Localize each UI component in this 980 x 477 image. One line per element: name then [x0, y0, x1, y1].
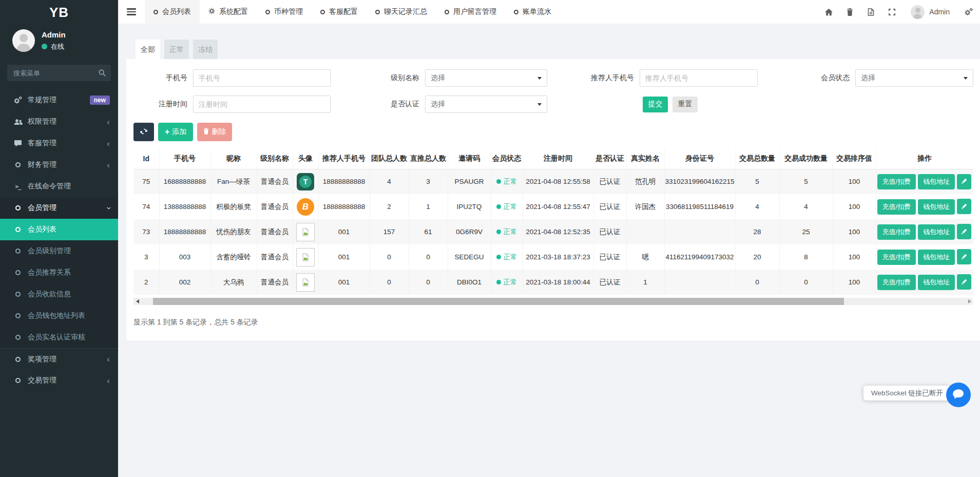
tab-frozen[interactable]: 冻结	[193, 40, 218, 59]
sidebar-item-general[interactable]: 常规管理 new	[0, 89, 118, 111]
edit-button[interactable]	[957, 249, 971, 264]
clear-cache-icon[interactable]	[860, 0, 881, 24]
sidebar-item-member-level[interactable]: 会员级别管理	[0, 240, 118, 262]
horizontal-scrollbar[interactable]	[133, 298, 973, 305]
chat-button[interactable]	[946, 383, 971, 407]
sidebar-item-awards[interactable]: 奖项管理	[0, 348, 118, 370]
verified-select[interactable]: 选择	[425, 96, 547, 113]
level-select[interactable]: 选择	[425, 69, 547, 87]
sidebar-item-member-management[interactable]: 会员管理	[0, 197, 118, 219]
wallet-address-button[interactable]: 钱包地址	[918, 250, 955, 265]
wallet-address-button[interactable]: 钱包地址	[918, 174, 955, 189]
col-direct: 直推总人数	[409, 148, 448, 169]
sidebar-item-member-referral[interactable]: 会员推荐关系	[0, 262, 118, 283]
tab-user-messages[interactable]: 用户留言管理	[436, 0, 505, 24]
top-navbar: 会员列表 系统配置 币种管理 客服配置 聊天记录汇总 用户留言管理 账单流水 A…	[118, 0, 980, 24]
sidebar-item-trade-management[interactable]: 交易管理	[0, 370, 118, 391]
edit-button[interactable]	[957, 174, 971, 189]
tab-coin-management[interactable]: 币种管理	[257, 0, 312, 24]
sidebar-menu: 常规管理 new 权限管理 客服管理 财务管理 在线命令管理	[0, 85, 118, 391]
user-status: 在线	[51, 42, 64, 51]
tab-system-config[interactable]: 系统配置	[200, 0, 257, 24]
col-team: 团队总人数	[370, 148, 409, 169]
search-input[interactable]	[7, 65, 111, 81]
phone-input[interactable]	[193, 69, 331, 87]
member-table: Id 手机号 昵称 级别名称 头像 推荐人手机号 团队总人数 直推总人数 邀请码…	[133, 148, 973, 295]
scroll-left-icon[interactable]	[136, 299, 139, 303]
table-row: 74 13888888888 积极的板凳 普通会员 18888888888 2 …	[133, 194, 973, 219]
ref-phone-input[interactable]	[640, 69, 758, 87]
circle-icon	[13, 357, 23, 362]
wallet-address-button[interactable]: 钱包地址	[918, 224, 955, 240]
tab-chat-logs[interactable]: 聊天记录汇总	[367, 0, 436, 24]
sidebar-item-label: 客服管理	[28, 139, 56, 148]
gears-icon[interactable]	[958, 0, 979, 24]
scrollbar-thumb[interactable]	[153, 298, 844, 305]
sidebar-item-member-list[interactable]: 会员列表	[0, 219, 118, 240]
hamburger-icon[interactable]	[127, 8, 136, 15]
circle-icon	[153, 10, 158, 14]
record-summary: 显示第 1 到第 5 条记录，总共 5 条记录	[133, 318, 973, 327]
tab-support-config[interactable]: 客服配置	[312, 0, 367, 24]
tab-all[interactable]: 全部	[136, 40, 160, 59]
edit-button[interactable]	[957, 199, 971, 214]
wallet-address-button[interactable]: 钱包地址	[918, 199, 955, 215]
circle-icon	[13, 313, 23, 318]
sidebar-item-finance[interactable]: 财务管理	[0, 154, 118, 176]
col-id: Id	[133, 148, 159, 169]
level-label: 级别名称	[331, 73, 425, 83]
recharge-button[interactable]: 充值/扣费	[877, 224, 916, 240]
add-button[interactable]: 添加	[158, 123, 193, 141]
refresh-icon	[140, 128, 147, 137]
sidebar-item-member-kyc-review[interactable]: 会员实名认证审核	[0, 327, 118, 348]
sidebar-item-member-wallet-list[interactable]: 会员钱包地址列表	[0, 305, 118, 327]
member-status-select[interactable]: 选择	[855, 69, 973, 87]
reg-time-input[interactable]	[193, 96, 331, 113]
avatar[interactable]	[911, 5, 925, 19]
sidebar-item-label: 会员实名认证审核	[28, 333, 85, 342]
sidebar-item-permissions[interactable]: 权限管理	[0, 111, 118, 132]
sidebar-item-member-payment-info[interactable]: 会员收款信息	[0, 283, 118, 305]
edit-button[interactable]	[957, 224, 971, 239]
chevron-down-icon	[537, 103, 542, 106]
comment-icon	[13, 140, 23, 147]
col-nickname: 昵称	[210, 148, 257, 169]
tab-normal[interactable]: 正常	[164, 40, 189, 59]
submit-button[interactable]: 提交	[643, 97, 668, 112]
sidebar: YB Admin 在线 常规管理 new 权限管理	[0, 0, 118, 477]
websocket-tooltip: WebSocket 链接已断开	[863, 386, 951, 400]
scroll-right-icon[interactable]	[968, 299, 971, 303]
recharge-button[interactable]: 充值/扣费	[877, 174, 916, 189]
sidebar-item-customer-service[interactable]: 客服管理	[0, 132, 118, 154]
sidebar-item-label: 会员收款信息	[28, 290, 71, 299]
circle-icon	[320, 10, 325, 14]
reset-button[interactable]: 重置	[672, 97, 698, 112]
status-dot	[496, 230, 501, 234]
edit-button[interactable]	[957, 274, 971, 290]
chat-bubble-icon	[952, 388, 965, 403]
recharge-button[interactable]: 充值/扣费	[877, 275, 916, 290]
recharge-button[interactable]: 充值/扣费	[877, 199, 916, 215]
online-dot-icon	[42, 44, 47, 49]
terminal-icon	[13, 183, 23, 190]
status-filter-tabs: 全部 正常 冻结	[136, 40, 980, 59]
trash-icon[interactable]	[839, 0, 860, 24]
table-header-row: Id 手机号 昵称 级别名称 头像 推荐人手机号 团队总人数 直推总人数 邀请码…	[133, 148, 973, 169]
broken-image-icon	[296, 248, 315, 266]
wallet-address-button[interactable]: 钱包地址	[918, 275, 955, 290]
verified-badge: 已认证	[593, 219, 626, 244]
col-status: 会员状态	[491, 148, 523, 169]
home-icon[interactable]	[818, 0, 839, 24]
circle-icon	[445, 10, 449, 14]
table-row: 73 18888888888 忧伤的朋友 普通会员 001 157 61 0G6…	[133, 219, 973, 244]
table-row: 75 16888888888 Fan—绿茶 普通会员 18888888888 4…	[133, 169, 973, 194]
verified-badge: 已认证	[593, 194, 626, 219]
username[interactable]: Admin	[929, 8, 950, 16]
delete-button[interactable]: 删除	[197, 123, 232, 141]
sidebar-item-online-command[interactable]: 在线命令管理	[0, 176, 118, 197]
refresh-button[interactable]	[133, 123, 154, 141]
recharge-button[interactable]: 充值/扣费	[877, 250, 916, 265]
tab-member-list[interactable]: 会员列表	[145, 0, 200, 24]
fullscreen-icon[interactable]	[881, 0, 902, 24]
tab-billing-flow[interactable]: 账单流水	[505, 0, 560, 24]
